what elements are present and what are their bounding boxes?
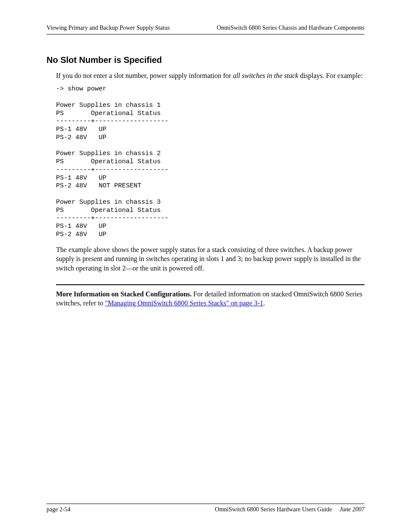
- footer-right: OmniSwitch 6800 Series Hardware Users Gu…: [215, 506, 364, 514]
- intro-paragraph: If you do not enter a slot number, power…: [56, 71, 364, 81]
- more-info-bold: More Information on Stacked Configuratio…: [56, 290, 192, 298]
- page: Viewing Primary and Backup Power Supply …: [0, 0, 411, 532]
- divider-rule: [56, 284, 364, 285]
- intro-post: displays. For example:: [298, 72, 362, 79]
- code-block: -> show power Power Supplies in chassis …: [56, 85, 364, 239]
- more-info-link[interactable]: "Managing OmniSwitch 6800 Series Stacks"…: [105, 299, 263, 307]
- more-info-tail: .: [263, 299, 265, 307]
- footer-center: OmniSwitch 6800 Series Hardware Users Gu…: [215, 506, 332, 513]
- section-heading: No Slot Number is Specified: [47, 54, 364, 66]
- footer-left: page 2-54: [47, 506, 71, 514]
- page-footer: page 2-54 OmniSwitch 6800 Series Hardwar…: [47, 504, 364, 514]
- header-right: OmniSwitch 6800 Series Chassis and Hardw…: [217, 24, 364, 32]
- more-info-paragraph: More Information on Stacked Configuratio…: [56, 289, 364, 308]
- intro-pre: If you do not enter a slot number, power…: [56, 72, 233, 79]
- after-code-paragraph: The example above shows the power supply…: [56, 245, 364, 273]
- header-left: Viewing Primary and Backup Power Supply …: [47, 24, 170, 32]
- intro-italic: all switches in the stack: [233, 72, 298, 79]
- footer-date: June 2007: [339, 506, 364, 513]
- page-header: Viewing Primary and Backup Power Supply …: [47, 24, 364, 34]
